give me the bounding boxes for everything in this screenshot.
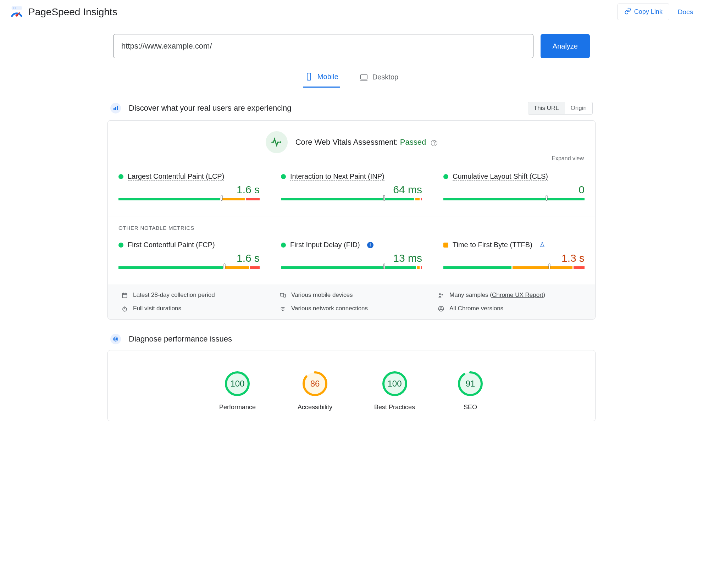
metric-name[interactable]: First Contentful Paint (FCP) [128,241,215,249]
svg-point-24 [282,310,283,311]
desktop-icon [360,73,368,82]
people-icon [438,292,444,299]
chrome-icon [438,305,444,312]
footer-network-text: Various network connections [291,305,368,312]
tab-desktop[interactable]: Desktop [358,67,400,88]
mobile-icon [305,72,313,81]
scope-this-url[interactable]: This URL [528,102,565,114]
flask-icon [539,242,545,249]
footer-devices: Various mobile devices [279,292,424,299]
svg-point-32 [115,339,116,339]
copy-link-button[interactable]: Copy Link [618,4,669,20]
metric-fcp: First Contentful Paint (FCP) 1.6 s [118,241,260,269]
info-icon[interactable]: i [367,242,373,248]
svg-point-12 [279,141,281,143]
url-input[interactable] [113,34,533,58]
metrics-secondary: First Contentful Paint (FCP) 1.6 s First… [118,241,585,269]
help-icon[interactable]: ? [431,140,437,146]
percentile-marker [383,195,385,201]
metric-name[interactable]: Time to First Byte (TTFB) [453,241,532,249]
svg-rect-1 [13,7,14,9]
chrome-ux-report-link[interactable]: Chrome UX Report [492,292,543,298]
distribution-bar [443,266,585,269]
tab-mobile[interactable]: Mobile [303,67,340,88]
gauge-best_practices[interactable]: 100 Best Practices [374,370,415,411]
metric-fid: First Input Delay (FID)i 13 ms [281,241,422,269]
gauge-score: 86 [301,370,328,397]
tab-desktop-label: Desktop [372,73,398,81]
percentile-marker [548,264,550,269]
metric-value: 64 ms [281,184,422,196]
gauge-performance[interactable]: 100 Performance [219,370,256,411]
percentile-marker [546,195,547,201]
gauge-label: SEO [464,404,477,411]
metric-value: 0 [443,184,585,196]
pagespeed-logo-icon [10,5,23,19]
scope-origin[interactable]: Origin [565,102,592,114]
gauge-accessibility[interactable]: 86 Accessibility [298,370,332,411]
diagnose-card: 100 Performance 86 Accessibility 100 Bes… [107,350,596,421]
main-content: Analyze Mobile Desktop Discover what you… [96,24,607,450]
copy-link-label: Copy Link [634,8,663,16]
metric-value: 13 ms [281,252,422,264]
target-icon [110,334,121,344]
percentile-marker [221,195,222,201]
metric-name[interactable]: Largest Contentful Paint (LCP) [128,172,224,181]
app-header: PageSpeed Insights Copy Link Docs [0,0,703,24]
metric-inp: Interaction to Next Paint (INP) 64 ms [281,172,422,200]
svg-rect-17 [280,293,284,296]
footer-devices-text: Various mobile devices [291,292,353,299]
url-input-row: Analyze [107,34,596,58]
metrics-primary: Largest Contentful Paint (LCP) 1.6 s Int… [118,172,585,200]
other-notable-heading: OTHER NOTABLE METRICS [118,225,585,231]
distribution-bar [281,198,422,200]
gauge-seo[interactable]: 91 SEO [457,370,484,411]
svg-line-29 [442,309,443,310]
metric-name[interactable]: First Input Delay (FID) [290,241,360,249]
crux-section-header: Discover what your real users are experi… [107,102,596,115]
app-title: PageSpeed Insights [28,6,117,18]
metric-value: 1.3 s [443,252,585,264]
percentile-marker [223,264,225,269]
gauge-score: 100 [224,370,251,397]
distribution-bar [118,198,260,200]
expand-view-link[interactable]: Expand view [118,155,585,162]
svg-point-19 [439,293,441,295]
wifi-icon [279,305,286,312]
gauge-label: Best Practices [374,404,415,411]
svg-point-21 [123,307,127,311]
svg-rect-18 [284,294,286,297]
metric-ttfb: Time to First Byte (TTFB) 1.3 s [443,241,585,269]
metric-value: 1.6 s [118,184,260,196]
svg-rect-9 [114,108,115,110]
diagnose-section-title: Diagnose performance issues [129,334,593,344]
analyze-button[interactable]: Analyze [541,34,590,58]
gauge-circle: 100 [381,370,408,397]
percentile-marker [383,264,385,269]
gauge-score: 91 [457,370,484,397]
metric-name[interactable]: Interaction to Next Paint (INP) [290,172,384,181]
link-icon [624,7,631,16]
device-tabs: Mobile Desktop [107,67,596,88]
status-indicator [281,174,286,179]
cwv-assessment-text: Core Web Vitals Assessment: Passed ? [295,138,438,147]
metric-lcp: Largest Contentful Paint (LCP) 1.6 s [118,172,260,200]
gauge-circle: 91 [457,370,484,397]
svg-rect-11 [117,106,118,110]
gauge-circle: 100 [224,370,251,397]
scope-toggle: This URL Origin [528,102,593,115]
svg-point-20 [442,294,443,295]
devices-icon [279,292,286,299]
docs-link[interactable]: Docs [678,8,693,16]
gauge-score: 100 [381,370,408,397]
metric-name[interactable]: Cumulative Layout Shift (CLS) [453,172,548,181]
footer-browsers-text: All Chrome versions [449,305,503,312]
footer-samples: Many samples (Chrome UX Report) [438,292,582,299]
cwv-assessment: Core Web Vitals Assessment: Passed ? [118,131,585,153]
gauge-circle: 86 [301,370,328,397]
svg-rect-2 [15,7,16,9]
stopwatch-icon [121,305,128,312]
svg-rect-10 [115,107,116,110]
status-indicator [443,243,448,248]
status-indicator [281,243,286,248]
